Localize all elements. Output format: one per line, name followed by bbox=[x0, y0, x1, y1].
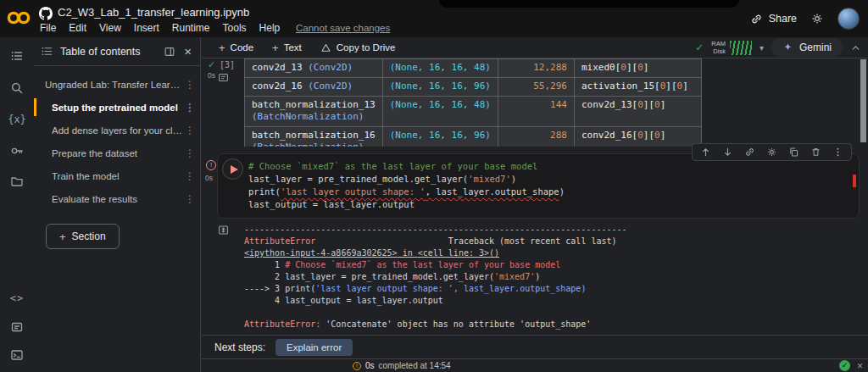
summary-output-cell: ✓ [3] 0s conv2d_13 (Conv2D)(None, 16, 16… bbox=[244, 58, 868, 147]
toc-header-title: Table of contents bbox=[60, 46, 157, 58]
layer-table-row: batch_normalization_16(BatchNormalizatio… bbox=[245, 127, 702, 147]
terminal-icon[interactable] bbox=[7, 345, 27, 365]
notebook-title[interactable]: C2_W3_Lab_1_transfer_learning.ipynb bbox=[58, 6, 249, 19]
run-cell-button[interactable] bbox=[222, 158, 243, 180]
toc-item-menu-icon[interactable]: ⋮ bbox=[183, 170, 197, 182]
collapse-toolbar-icon[interactable] bbox=[850, 42, 861, 53]
gemini-label: Gemini bbox=[799, 42, 832, 53]
colab-logo-icon[interactable] bbox=[6, 9, 31, 26]
runtime-caret-icon[interactable]: ▾ bbox=[760, 43, 764, 53]
share-button[interactable]: Share bbox=[750, 13, 797, 25]
cell-toolbar bbox=[692, 143, 852, 161]
dismiss-status-icon[interactable]: × bbox=[857, 361, 863, 371]
cell-settings-gear-icon[interactable] bbox=[766, 147, 777, 158]
gemini-button[interactable]: Gemini bbox=[771, 38, 843, 57]
menu-view[interactable]: View bbox=[99, 22, 121, 34]
text-line: AttributeError: 'Concatenate' object has… bbox=[244, 319, 861, 330]
connected-to-cell: conv2d_16[0][0] bbox=[574, 127, 701, 147]
toc-item-menu-icon[interactable]: ⋮ bbox=[183, 193, 197, 205]
user-avatar[interactable] bbox=[837, 8, 860, 30]
next-steps-label: Next steps: bbox=[214, 341, 265, 353]
text-line: 1 # Choose `mixed7` as the last layer of… bbox=[244, 259, 861, 271]
open-in-panel-icon[interactable] bbox=[164, 46, 175, 58]
toc-item-menu-icon[interactable]: ⋮ bbox=[183, 147, 197, 159]
menu-edit[interactable]: Edit bbox=[69, 22, 86, 34]
layer-summary-table: conv2d_13 (Conv2D)(None, 16, 16, 48)12,2… bbox=[244, 58, 702, 147]
topbar: C2_W3_Lab_1_transfer_learning.ipynb File… bbox=[0, 0, 868, 37]
resources-button[interactable]: RAM Disk bbox=[711, 40, 752, 55]
drive-icon bbox=[320, 42, 331, 53]
toc-item-menu-icon[interactable]: ⋮ bbox=[183, 102, 197, 114]
text-line: 2 last_layer = pre_trained_model.get_lay… bbox=[244, 271, 861, 283]
toc-item[interactable]: Setup the pretrained model⋮ bbox=[34, 96, 200, 119]
toc-item[interactable]: Add dense layers for your classifier⋮ bbox=[34, 119, 200, 142]
cell-more-options-icon[interactable] bbox=[832, 147, 843, 158]
code-cell[interactable]: ! 0s # Choose `mixed7` as the last layer… bbox=[217, 153, 860, 219]
menu-runtime[interactable]: Runtime bbox=[172, 22, 210, 34]
toc-item-menu-icon[interactable]: ⋮ bbox=[183, 79, 197, 91]
toc-item[interactable]: Evaluate the results⋮ bbox=[34, 187, 200, 210]
mirror-cell-icon[interactable] bbox=[788, 147, 799, 158]
text-line: last_layer = pre_trained_model.get_layer… bbox=[248, 173, 847, 186]
copy-link-icon[interactable] bbox=[744, 147, 755, 158]
play-icon bbox=[231, 165, 238, 174]
add-section-button[interactable]: + Section bbox=[46, 224, 120, 249]
text-line: ----> 3 print('last layer output shape: … bbox=[244, 283, 861, 295]
layer-name-cell: conv2d_16 (Conv2D) bbox=[245, 78, 383, 97]
topbar-actions: Share bbox=[750, 0, 860, 37]
add-code-label: Code bbox=[231, 42, 254, 53]
code-editor[interactable]: # Choose `mixed7` as the last layer of y… bbox=[248, 160, 847, 211]
toc-item-label: Setup the pretrained model bbox=[52, 103, 183, 113]
variables-icon[interactable]: {x} bbox=[7, 109, 27, 130]
add-code-button[interactable]: + Code bbox=[212, 41, 260, 55]
menu-tools[interactable]: Tools bbox=[223, 22, 247, 34]
search-icon[interactable] bbox=[7, 78, 27, 98]
toc-header: Table of contents × bbox=[34, 37, 200, 66]
menu-file[interactable]: File bbox=[40, 22, 56, 34]
delete-cell-icon[interactable] bbox=[810, 147, 821, 158]
toc-item[interactable]: Train the model⋮ bbox=[34, 164, 200, 187]
layer-table-row: batch_normalization_13(BatchNormalizatio… bbox=[245, 97, 702, 127]
table-of-contents-icon[interactable] bbox=[7, 46, 27, 66]
connected-to-cell: conv2d_13[0][0] bbox=[574, 97, 701, 127]
copy-to-drive-button[interactable]: Copy to Drive bbox=[314, 41, 403, 55]
plus-icon: + bbox=[59, 231, 66, 242]
toc-item[interactable]: Prepare the dataset⋮ bbox=[34, 142, 200, 164]
toc-item-label: Ungraded Lab: Transfer Learning bbox=[45, 80, 183, 90]
secrets-key-icon[interactable] bbox=[7, 141, 27, 161]
add-section-label: Section bbox=[72, 230, 106, 242]
browser-notch bbox=[439, 0, 739, 8]
command-palette-icon[interactable] bbox=[7, 317, 27, 337]
save-status-link[interactable]: Cannot save changes bbox=[296, 23, 390, 33]
code-snippets-icon[interactable]: <> bbox=[7, 288, 27, 308]
explain-error-button[interactable]: Explain error bbox=[275, 339, 353, 356]
output-shape-cell: (None, 16, 16, 96) bbox=[382, 127, 498, 147]
error-overview-mark bbox=[853, 175, 856, 187]
param-count-cell: 288 bbox=[498, 127, 574, 147]
text-line: last_output = last_layer.output bbox=[248, 198, 847, 211]
toc-header-list-icon bbox=[41, 45, 53, 58]
cell-success-check-icon: ✓ bbox=[208, 59, 215, 70]
add-text-button[interactable]: + Text bbox=[265, 41, 309, 55]
cell-exec-time: 0s bbox=[205, 174, 213, 182]
output-expand-icon[interactable] bbox=[218, 72, 229, 83]
close-toc-icon[interactable]: × bbox=[182, 45, 193, 58]
settings-gear-icon[interactable] bbox=[810, 12, 824, 25]
menu-insert[interactable]: Insert bbox=[134, 22, 159, 34]
github-icon bbox=[39, 7, 53, 20]
output-window-icon[interactable] bbox=[218, 225, 229, 236]
left-icon-strip: {x} <> bbox=[0, 37, 34, 372]
files-folder-icon[interactable] bbox=[7, 171, 27, 192]
move-cell-down-icon[interactable] bbox=[722, 147, 733, 158]
toc-item-label: Evaluate the results bbox=[52, 194, 183, 204]
link-icon bbox=[750, 13, 763, 25]
menu-help[interactable]: Help bbox=[259, 22, 281, 34]
layer-table-body: conv2d_13 (Conv2D)(None, 16, 16, 48)12,2… bbox=[245, 59, 702, 147]
toc-item-menu-icon[interactable]: ⋮ bbox=[183, 125, 197, 136]
toc-item[interactable]: Ungraded Lab: Transfer Learning⋮ bbox=[34, 73, 200, 96]
execution-time: 0s bbox=[208, 71, 215, 80]
text-line: # Choose `mixed7` as the last layer of y… bbox=[248, 160, 847, 173]
move-cell-up-icon[interactable] bbox=[700, 147, 711, 158]
status-success-icon: ✓ bbox=[839, 360, 850, 371]
notebook-scrollbar[interactable] bbox=[860, 59, 866, 142]
